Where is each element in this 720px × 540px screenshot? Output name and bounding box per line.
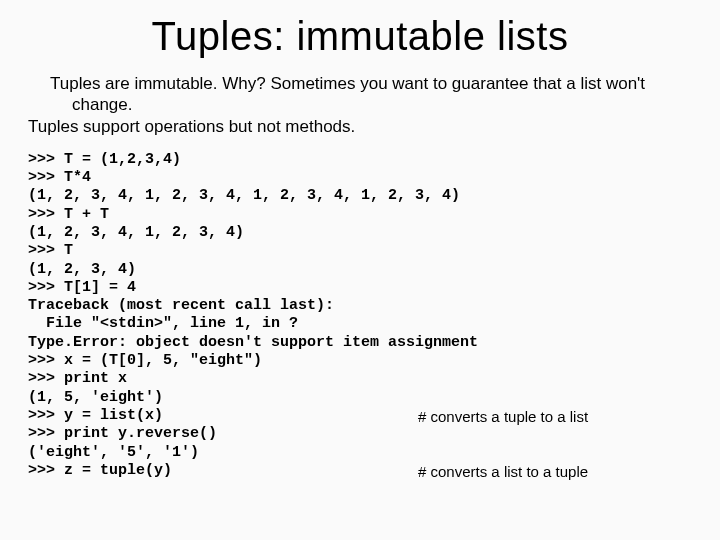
comment-tuple-to-list: # converts a tuple to a list — [418, 408, 588, 426]
slide-title: Tuples: immutable lists — [28, 14, 692, 59]
code-block: >>> T = (1,2,3,4) >>> T*4 (1, 2, 3, 4, 1… — [28, 151, 692, 480]
intro-text: Tuples are immutable. Why? Sometimes you… — [28, 73, 692, 137]
slide: Tuples: immutable lists Tuples are immut… — [0, 0, 720, 500]
intro-line-2: Tuples support operations but not method… — [28, 116, 692, 137]
code-text: >>> T = (1,2,3,4) >>> T*4 (1, 2, 3, 4, 1… — [28, 151, 478, 479]
intro-line-1: Tuples are immutable. Why? Sometimes you… — [28, 73, 692, 116]
comment-list-to-tuple: # converts a list to a tuple — [418, 463, 588, 481]
